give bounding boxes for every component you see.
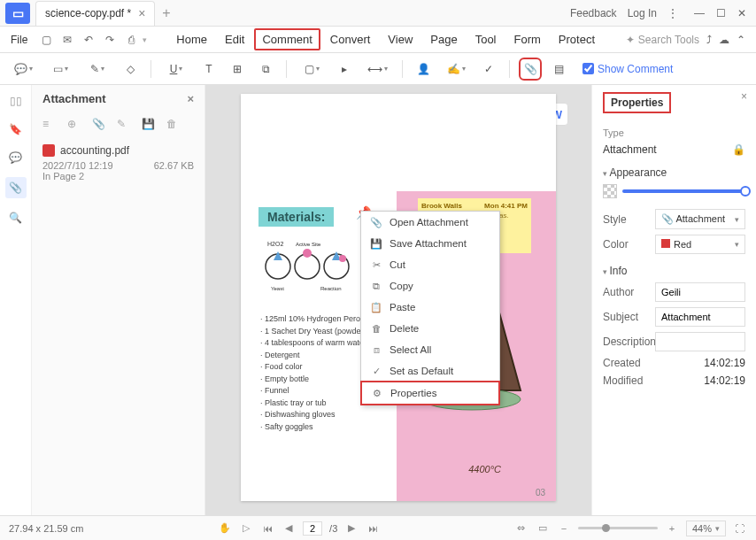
menu-convert[interactable]: Convert [322,28,379,50]
lock-icon[interactable]: 🔒 [732,143,745,156]
ctx-copy[interactable]: ⧉Copy [361,275,499,297]
login-link[interactable]: Log In [628,7,657,19]
hand-tool-icon[interactable]: ✋ [218,521,232,536]
collapse-ribbon-icon[interactable]: ⌃ [737,34,745,46]
link-attach-icon[interactable]: 📎 [92,118,106,132]
search-tools-input[interactable]: ✦ Search Tools [626,34,699,46]
cloud-icon[interactable]: ☁ [719,34,729,46]
text-tool[interactable]: T [197,58,220,81]
fit-page-icon[interactable]: ▭ [536,521,550,536]
ctx-properties[interactable]: ⚙Properties [360,381,500,405]
comment-list-tool[interactable]: ▤ [547,58,570,81]
close-tab-icon[interactable]: × [138,6,145,20]
search-tab[interactable]: 🔍 [7,209,25,227]
menu-tool[interactable]: Tool [467,28,505,50]
shape-rect-tool[interactable]: ▢ [296,58,328,81]
textbox-tool[interactable]: ⊞ [226,58,249,81]
document-tab[interactable]: science-copy.pdf * × [35,1,155,26]
attachment-date: 2022/7/10 12:19 [42,160,113,171]
style-select[interactable]: 📎 Attachment ▾ [655,209,745,229]
underline-tool[interactable]: U [160,58,192,81]
ctx-select-all[interactable]: ⧈Select All [361,339,499,360]
pencil-tool[interactable]: ✎ [81,58,113,81]
highlight-tool[interactable]: ▭ [44,58,76,81]
callout-tool[interactable]: ⧉ [254,58,277,81]
edit-attach-icon[interactable]: ✎ [117,118,131,132]
feedback-link[interactable]: Feedback [570,7,617,19]
chevron-down-icon: ▾ [735,215,739,224]
last-page-icon[interactable]: ⏭ [366,521,380,536]
menu-comment[interactable]: Comment [254,28,320,50]
add-attach-icon[interactable]: ⊕ [67,118,81,132]
ctx-delete[interactable]: 🗑Delete [361,318,499,339]
zoom-in-icon[interactable]: + [665,521,679,536]
fullscreen-icon[interactable]: ⛶ [733,521,747,536]
close-properties-icon[interactable]: × [741,90,747,103]
appearance-section[interactable]: Appearance [603,166,745,179]
signature-tool[interactable]: ✍ [440,58,472,81]
shape-arrow-tool[interactable]: ▸ [333,58,356,81]
eraser-tool[interactable]: ◇ [119,58,142,81]
thumbnails-tab[interactable]: ▯▯ [7,92,25,110]
attachment-tool[interactable]: 📎 [519,58,542,81]
ctx-open-attachment[interactable]: 📎Open Attachment [361,212,499,233]
menu-page[interactable]: Page [422,28,465,50]
first-page-icon[interactable]: ⏮ [260,521,274,536]
menu-protect[interactable]: Protect [551,28,603,50]
description-label: Description [603,336,647,348]
tab-title: science-copy.pdf * [45,7,131,19]
next-page-icon[interactable]: ▶ [344,521,359,536]
zoom-out-icon[interactable]: − [557,521,571,536]
zoom-select[interactable]: 44% ▾ [686,521,726,536]
info-section[interactable]: Info [603,265,745,277]
prev-page-icon[interactable]: ◀ [282,521,296,536]
fit-width-icon[interactable]: ⇔ [514,521,528,536]
color-select[interactable]: Red ▾ [655,235,745,254]
ctx-cut[interactable]: ✂Cut [361,254,499,275]
maximize-button[interactable]: ☐ [712,4,729,22]
kebab-menu-icon[interactable]: ⋮ [667,7,678,19]
show-comment-checkbox[interactable] [582,63,594,74]
measure-tool[interactable]: ⟷ [361,58,393,81]
note-tool[interactable]: 💬 [7,58,39,81]
show-comment-toggle[interactable]: Show Comment [582,63,673,75]
minimize-button[interactable]: — [690,4,708,22]
close-panel-icon[interactable]: × [187,92,194,105]
save-attach-icon[interactable]: 💾 [142,118,156,132]
svg-text:Active Site: Active Site [296,242,321,247]
modified-value: 14:02:19 [704,374,745,387]
save-icon[interactable]: ▢ [36,30,56,50]
comments-tab[interactable]: 💬 [7,149,25,166]
print-icon[interactable]: ⎙ [121,30,141,50]
author-input[interactable] [655,282,745,302]
redo-icon[interactable]: ↷ [100,30,120,50]
description-input[interactable] [655,332,745,351]
stamp-tool[interactable]: 👤 [412,58,435,81]
undo-icon[interactable]: ↶ [79,30,98,50]
menu-form[interactable]: Form [506,28,549,50]
menu-home[interactable]: Home [168,28,215,50]
select-tool-icon[interactable]: ▷ [239,521,253,536]
close-window-button[interactable]: ✕ [733,4,751,22]
bookmarks-tab[interactable]: 🔖 [7,120,25,138]
menu-file[interactable]: File [4,30,35,50]
add-tab-button[interactable]: + [162,5,170,21]
stamp2-tool[interactable]: ✓ [477,58,500,81]
opacity-slider[interactable] [622,189,745,193]
ctx-save-attachment[interactable]: 💾Save Attachment [361,233,499,254]
menu-view[interactable]: View [380,28,420,50]
share-icon[interactable]: ⤴ [706,34,712,46]
pdf-file-icon [42,144,55,157]
mail-icon[interactable]: ✉ [58,30,77,50]
ctx-paste[interactable]: 📋Paste [361,297,499,318]
list-view-icon[interactable]: ≡ [42,118,57,132]
menu-edit[interactable]: Edit [217,28,252,50]
delete-attach-icon[interactable]: 🗑 [166,118,181,132]
ctx-set-default[interactable]: ✓Set as Default [361,360,499,382]
zoom-slider[interactable] [578,527,658,529]
attachments-tab[interactable]: 📎 [5,177,27,198]
attachment-entry[interactable]: accounting.pdf 2022/7/10 12:19 62.67 KB … [32,137,204,189]
subject-input[interactable] [655,307,745,327]
document-page[interactable]: Materials: 📌 Brook Walls Mon 4:41 PM sla… [241,94,556,501]
page-input[interactable] [303,521,322,536]
